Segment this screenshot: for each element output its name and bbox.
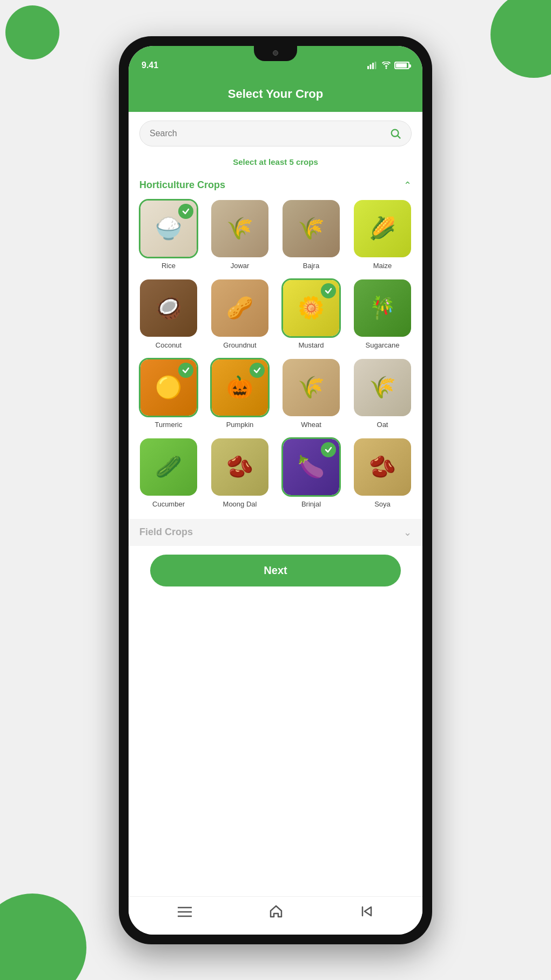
svg-rect-1 xyxy=(370,64,372,69)
search-container xyxy=(129,112,422,155)
crop-img-wrapper-sugarcane: 🎋 xyxy=(353,278,412,338)
page-title: Select Your Crop xyxy=(139,87,412,101)
crop-item-groundnut[interactable]: 🥜Groundnut xyxy=(209,278,271,349)
crop-img-wrapper-cucumber: 🥒 xyxy=(139,437,198,497)
crop-img-wrapper-bajra: 🌾 xyxy=(281,199,341,258)
crop-image-wheat: 🌾 xyxy=(283,359,340,416)
camera xyxy=(273,50,278,56)
crop-img-wrapper-maize: 🌽 xyxy=(353,199,412,258)
crop-name-sugarcane: Sugarcane xyxy=(366,341,400,349)
crop-img-wrapper-rice: 🍚 xyxy=(139,199,198,258)
info-text: Select at least 5 crops xyxy=(129,155,422,175)
search-input[interactable] xyxy=(150,129,384,138)
crop-name-wheat: Wheat xyxy=(301,421,321,429)
field-crops-chevron-icon: ⌄ xyxy=(404,526,412,538)
crop-img-wrapper-coconut: 🥥 xyxy=(139,278,198,338)
next-button[interactable]: Next xyxy=(150,555,401,586)
crop-item-turmeric[interactable]: 🟡Turmeric xyxy=(137,358,200,429)
info-number: 5 xyxy=(289,157,293,166)
bottom-nav xyxy=(129,896,422,935)
check-badge-mustard xyxy=(321,283,336,298)
content-area: Select at least 5 crops Horticulture Cro… xyxy=(129,112,422,896)
svg-rect-2 xyxy=(372,63,374,69)
search-box[interactable] xyxy=(139,121,412,146)
phone-screen: 9.41 xyxy=(129,46,422,935)
crop-name-cucumber: Cucumber xyxy=(152,500,185,508)
field-crops-title: Field Crops xyxy=(139,526,193,538)
status-icons xyxy=(367,62,409,69)
header: Select Your Crop xyxy=(129,78,422,112)
check-badge-pumpkin xyxy=(250,363,265,378)
crop-img-wrapper-pumpkin: 🎃 xyxy=(210,358,270,417)
crop-img-wrapper-jowar: 🌾 xyxy=(210,199,270,258)
crop-image-sugarcane: 🎋 xyxy=(354,279,411,337)
crop-img-wrapper-groundnut: 🥜 xyxy=(210,278,270,338)
crop-item-soya[interactable]: 🫘Soya xyxy=(351,437,414,508)
bg-decoration-bottom-left xyxy=(0,894,86,980)
crop-item-coconut[interactable]: 🥥Coconut xyxy=(137,278,200,349)
crop-image-coconut: 🥥 xyxy=(140,279,197,337)
crop-image-oat: 🌾 xyxy=(354,359,411,416)
horticulture-title: Horticulture Crops xyxy=(139,179,225,191)
bg-decoration-top-right xyxy=(490,0,551,78)
crop-name-oat: Oat xyxy=(377,421,388,429)
crop-name-soya: Soya xyxy=(374,500,391,508)
horticulture-section-header[interactable]: Horticulture Crops ⌃ xyxy=(129,175,422,199)
crop-img-wrapper-brinjal: 🍆 xyxy=(281,437,341,497)
crop-image-jowar: 🌾 xyxy=(211,200,268,257)
crop-img-wrapper-turmeric: 🟡 xyxy=(139,358,198,417)
crop-item-cucumber[interactable]: 🥒Cucumber xyxy=(137,437,200,508)
crop-name-brinjal: Brinjal xyxy=(301,500,321,508)
crop-item-mustard[interactable]: 🌼Mustard xyxy=(280,278,342,349)
crop-name-groundnut: Groundnut xyxy=(223,341,256,349)
crop-item-rice[interactable]: 🍚Rice xyxy=(137,199,200,270)
check-badge-turmeric xyxy=(178,363,193,378)
crop-grid: 🍚Rice🌾Jowar🌾Bajra🌽Maize🥥Coconut🥜Groundnu… xyxy=(129,199,422,508)
battery-icon xyxy=(394,62,409,69)
crop-item-jowar[interactable]: 🌾Jowar xyxy=(209,199,271,270)
status-bar: 9.41 xyxy=(129,46,422,78)
crop-item-oat[interactable]: 🌾Oat xyxy=(351,358,414,429)
crop-item-wheat[interactable]: 🌾Wheat xyxy=(280,358,342,429)
crop-item-pumpkin[interactable]: 🎃Pumpkin xyxy=(209,358,271,429)
crop-image-cucumber: 🥒 xyxy=(140,438,197,496)
crop-name-rice: Rice xyxy=(162,262,176,270)
check-badge-brinjal xyxy=(321,442,336,457)
crop-img-wrapper-oat: 🌾 xyxy=(353,358,412,417)
home-icon[interactable] xyxy=(269,904,283,922)
info-text-suffix: crops xyxy=(296,157,318,166)
field-crops-header[interactable]: Field Crops ⌄ xyxy=(129,519,422,546)
crop-name-turmeric: Turmeric xyxy=(155,421,183,429)
crop-image-moongdal: 🫘 xyxy=(211,438,268,496)
back-icon[interactable] xyxy=(360,905,373,921)
svg-marker-10 xyxy=(365,907,371,916)
svg-point-5 xyxy=(392,129,399,136)
crop-name-maize: Maize xyxy=(373,262,392,270)
crop-img-wrapper-moongdal: 🫘 xyxy=(210,437,270,497)
crop-item-brinjal[interactable]: 🍆Brinjal xyxy=(280,437,342,508)
crop-item-bajra[interactable]: 🌾Bajra xyxy=(280,199,342,270)
horticulture-chevron-icon: ⌃ xyxy=(404,179,412,191)
crop-name-bajra: Bajra xyxy=(303,262,319,270)
notch xyxy=(254,46,297,61)
next-button-container: Next xyxy=(129,546,422,595)
wifi-icon xyxy=(381,62,391,69)
crop-item-moongdal[interactable]: 🫘Moong Dal xyxy=(209,437,271,508)
info-text-prefix: Select at least xyxy=(233,157,289,166)
crop-item-maize[interactable]: 🌽Maize xyxy=(351,199,414,270)
svg-rect-0 xyxy=(367,66,369,69)
crop-image-soya: 🫘 xyxy=(354,438,411,496)
crop-image-bajra: 🌾 xyxy=(283,200,340,257)
crop-name-mustard: Mustard xyxy=(299,341,324,349)
crop-image-maize: 🌽 xyxy=(354,200,411,257)
menu-icon[interactable] xyxy=(178,905,192,921)
crop-name-jowar: Jowar xyxy=(231,262,250,270)
field-crops-section: Field Crops ⌄ xyxy=(129,519,422,546)
crop-name-pumpkin: Pumpkin xyxy=(226,421,254,429)
crop-item-sugarcane[interactable]: 🎋Sugarcane xyxy=(351,278,414,349)
crop-img-wrapper-wheat: 🌾 xyxy=(281,358,341,417)
svg-line-6 xyxy=(398,136,400,138)
search-icon xyxy=(389,128,401,139)
crop-name-moongdal: Moong Dal xyxy=(223,500,257,508)
bg-decoration-top-left xyxy=(5,5,59,59)
